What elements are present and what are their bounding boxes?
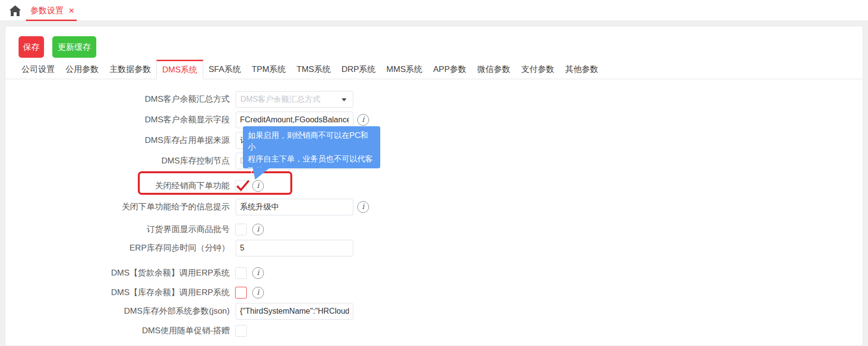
- info-tooltip: 如果启用，则经销商不可以在PC和小 程序自主下单，业务员也不可以代客 下单: [243, 126, 380, 168]
- field-label: DMS客户余额显示字段: [0, 112, 230, 128]
- tab-drp-system[interactable]: DRP系统: [336, 60, 381, 79]
- page-root: 参数设置✕ 保存 更新缓存 公司设置 公用参数 主数据参数 DMS系统 SFA系…: [0, 0, 868, 346]
- external-system-params-input[interactable]: [236, 303, 353, 320]
- inventory-balance-erp-checkbox[interactable]: [235, 287, 247, 299]
- tooltip-arrow: [248, 167, 270, 180]
- info-icon[interactable]: i: [252, 267, 264, 279]
- info-icon[interactable]: i: [252, 180, 264, 192]
- field-label: DMS使用随单促销-搭赠: [0, 325, 230, 337]
- info-icon[interactable]: i: [357, 114, 369, 126]
- info-icon[interactable]: i: [252, 224, 264, 235]
- field-label: 关闭下单功能给予的信息提示: [0, 199, 230, 215]
- refresh-cache-button[interactable]: 更新缓存: [52, 36, 96, 58]
- select-placeholder: DMS客户余额汇总方式: [240, 92, 321, 107]
- tab-dms-system[interactable]: DMS系统: [156, 60, 203, 79]
- home-icon[interactable]: [9, 5, 22, 17]
- close-tab-icon[interactable]: ✕: [68, 6, 75, 15]
- tab-common-params[interactable]: 公用参数: [60, 60, 104, 79]
- field-label: 关闭经销商下单功能: [0, 180, 230, 192]
- tab-master-data-params[interactable]: 主数据参数: [104, 60, 156, 79]
- tab-company-settings[interactable]: 公司设置: [16, 60, 60, 79]
- page-tab-title: 参数设置: [30, 6, 64, 15]
- active-tab-underline: [26, 20, 77, 21]
- tab-other-params[interactable]: 其他参数: [560, 60, 604, 79]
- info-icon[interactable]: i: [252, 287, 264, 299]
- top-tab-bar: 参数设置✕: [0, 0, 868, 21]
- show-batch-number-checkbox[interactable]: [235, 224, 247, 235]
- order-promotion-checkbox[interactable]: [235, 325, 247, 337]
- tab-tpm-system[interactable]: TPM系统: [246, 60, 291, 79]
- save-button[interactable]: 保存: [19, 36, 44, 58]
- balance-display-fields-input[interactable]: [236, 112, 353, 128]
- info-icon[interactable]: i: [357, 201, 369, 213]
- tab-wechat-params[interactable]: 微信参数: [472, 60, 516, 79]
- tab-tms-system[interactable]: TMS系统: [291, 60, 336, 79]
- field-label: DMS库存占用单据来源: [0, 132, 230, 149]
- tab-payment-params[interactable]: 支付参数: [516, 60, 560, 79]
- erp-sync-interval-input[interactable]: [236, 240, 353, 256]
- field-label: DMS【货款余额】调用ERP系统: [0, 267, 230, 279]
- balance-summary-select[interactable]: DMS客户余额汇总方式: [236, 91, 353, 108]
- tab-sfa-system[interactable]: SFA系统: [203, 60, 246, 79]
- category-tabs: 公司设置 公用参数 主数据参数 DMS系统 SFA系统 TPM系统 TMS系统 …: [16, 60, 604, 79]
- chevron-down-icon: [342, 98, 347, 101]
- field-label: DMS库存外部系统参数(json): [0, 303, 230, 320]
- close-order-message-input[interactable]: [236, 199, 353, 215]
- tooltip-line: 如果启用，则经销商不可以在PC和小: [248, 130, 375, 153]
- field-label: DMS客户余额汇总方式: [0, 91, 230, 108]
- field-label: 订货界面显示商品批号: [0, 224, 230, 235]
- field-label: ERP库存同步时间（分钟）: [0, 240, 230, 256]
- close-dealer-order-checkbox[interactable]: [235, 180, 247, 192]
- tab-mms-system[interactable]: MMS系统: [381, 60, 428, 79]
- tooltip-line: 程序自主下单，业务员也不可以代客: [248, 153, 375, 165]
- tab-app-params[interactable]: APP参数: [428, 60, 472, 79]
- open-page-tab[interactable]: 参数设置✕: [30, 0, 75, 21]
- payment-balance-erp-checkbox[interactable]: [235, 267, 247, 279]
- field-label: DMS库存控制节点: [0, 153, 230, 169]
- field-label: DMS【库存余额】调用ERP系统: [0, 287, 230, 299]
